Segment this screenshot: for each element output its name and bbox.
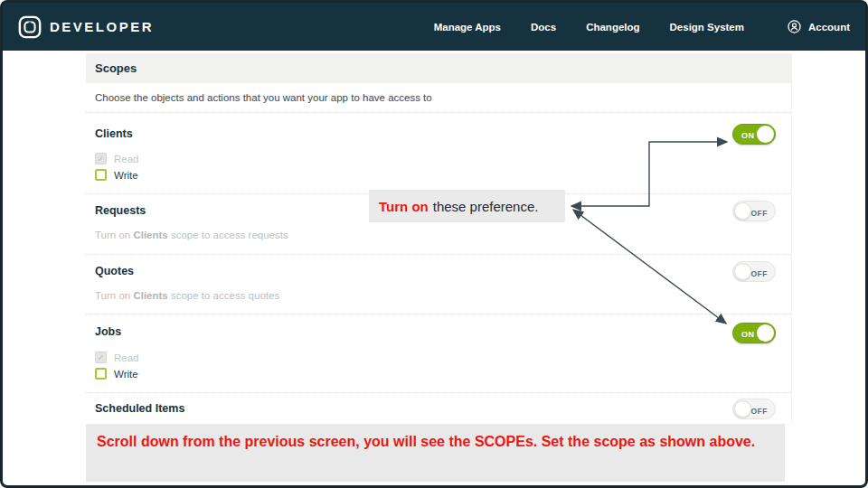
clients-read-row: ✓ Read	[95, 153, 139, 164]
divider	[86, 314, 791, 314]
account-icon	[788, 20, 801, 33]
write-checkbox-label: Write	[114, 369, 138, 380]
clients-toggle[interactable]: ON	[732, 124, 776, 145]
account-label: Account	[808, 22, 850, 33]
hint-bold: Clients	[133, 290, 167, 301]
scheduled-items-toggle[interactable]: OFF	[732, 399, 776, 419]
hint-text: Turn on	[95, 290, 133, 301]
nav-changelog[interactable]: Changelog	[586, 22, 639, 33]
section-title-scheduled-items: Scheduled Items	[95, 402, 184, 415]
requests-hint: Turn on Clients scope to access requests	[95, 230, 288, 240]
scopes-header-band: Scopes	[86, 53, 791, 83]
brand[interactable]: DEVELOPER	[18, 15, 154, 39]
toggle-knob	[734, 202, 751, 220]
brand-title: DEVELOPER	[50, 19, 154, 34]
write-checkbox[interactable]	[95, 169, 107, 181]
content-right-edge	[791, 53, 792, 424]
requests-toggle-state: OFF	[751, 209, 769, 218]
read-checkbox[interactable]: ✓	[95, 352, 107, 363]
toggle-knob	[757, 324, 774, 342]
write-checkbox-label: Write	[114, 170, 138, 181]
nav-links: Manage Apps Docs Changelog Design System	[434, 22, 744, 33]
toggle-knob	[757, 126, 774, 143]
read-checkbox-label: Read	[114, 352, 139, 363]
read-checkbox[interactable]: ✓	[95, 153, 107, 164]
jobs-toggle-state: ON	[741, 330, 755, 339]
divider	[86, 254, 791, 255]
hint-text: Turn on	[95, 230, 133, 240]
read-checkbox-label: Read	[114, 154, 139, 164]
section-title-requests: Requests	[95, 204, 146, 217]
clients-toggle-state: ON	[741, 131, 755, 140]
jobs-read-row: ✓ Read	[95, 352, 139, 363]
annotation-tooltip: Turn on these preference.	[369, 190, 565, 222]
quotes-hint: Turn on Clients scope to access quotes	[95, 290, 279, 301]
hint-bold: Clients	[133, 230, 167, 240]
clients-write-row: Write	[95, 169, 138, 181]
scheduled-items-toggle-state: OFF	[751, 407, 769, 416]
divider	[86, 112, 791, 113]
quotes-toggle[interactable]: OFF	[732, 261, 776, 282]
requests-toggle[interactable]: OFF	[732, 201, 776, 221]
brand-logo-icon	[18, 15, 42, 39]
tooltip-emphasis: Turn on	[379, 199, 429, 214]
section-title-quotes: Quotes	[95, 265, 134, 277]
bottom-instruction-note: Scroll down from the previous screen, yo…	[86, 424, 785, 482]
toggle-knob	[734, 400, 751, 418]
jobs-toggle[interactable]: ON	[732, 323, 776, 343]
jobs-write-row: Write	[95, 368, 138, 380]
scopes-description: Choose the objects and actions that you …	[95, 92, 432, 103]
hint-text: scope to access requests	[168, 230, 288, 240]
hint-text: scope to access quotes	[168, 290, 279, 301]
arrow-to-jobs-toggle	[573, 210, 726, 324]
tooltip-text: these preference.	[433, 199, 539, 214]
top-nav: DEVELOPER Manage Apps Docs Changelog Des…	[3, 3, 865, 51]
divider	[86, 392, 791, 393]
nav-design-system[interactable]: Design System	[670, 22, 744, 33]
scopes-title: Scopes	[95, 61, 137, 75]
toggle-knob	[734, 263, 751, 280]
nav-manage-apps[interactable]: Manage Apps	[434, 22, 501, 33]
section-title-clients: Clients	[95, 127, 133, 140]
arrow-to-clients-toggle	[571, 142, 727, 206]
write-checkbox[interactable]	[95, 368, 107, 380]
section-title-jobs: Jobs	[95, 325, 121, 338]
nav-docs[interactable]: Docs	[531, 22, 556, 33]
account-menu[interactable]: Account	[788, 20, 850, 33]
quotes-toggle-state: OFF	[751, 269, 769, 278]
